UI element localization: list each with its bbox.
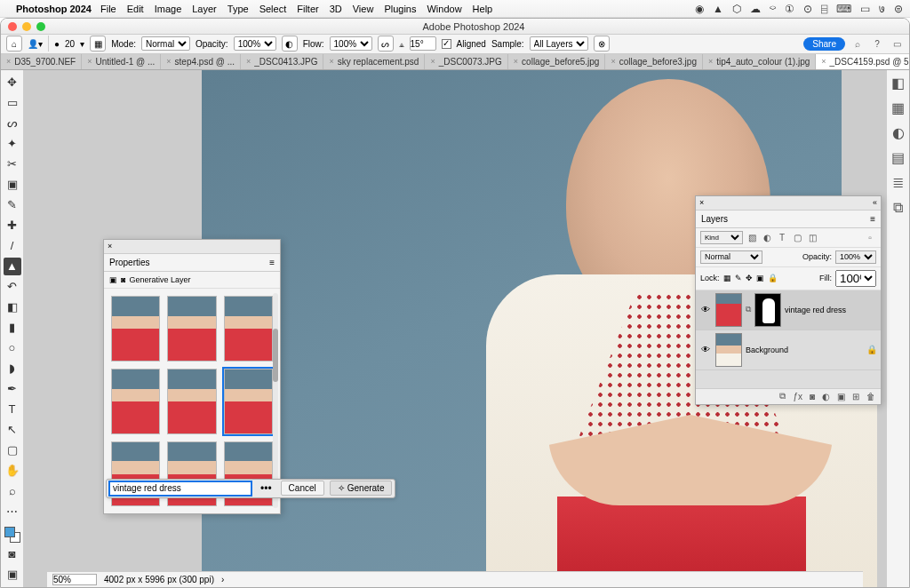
libraries-panel-icon[interactable]: ▤: [890, 150, 906, 166]
blend-mode-select[interactable]: Normal: [700, 250, 762, 264]
history-brush-tool-icon[interactable]: ↶: [4, 278, 21, 296]
sample-select[interactable]: All Layers: [530, 36, 588, 51]
filter-adjust-icon[interactable]: ◐: [761, 231, 773, 243]
dodge-tool-icon[interactable]: ◗: [4, 360, 21, 377]
zoom-tool-icon[interactable]: ⌕: [4, 482, 21, 500]
airbrush-icon[interactable]: ᔕ: [378, 36, 394, 52]
document-tab[interactable]: ×step4.psd @ ...: [161, 54, 241, 69]
status-icon[interactable]: ☁: [750, 3, 761, 15]
document-tab[interactable]: ×_DSC0413.JPG: [241, 54, 323, 69]
brush-panel-icon[interactable]: ▦: [90, 36, 106, 52]
status-icon[interactable]: ▲: [713, 3, 723, 15]
workspace-icon[interactable]: ▭: [890, 36, 904, 51]
document-tab[interactable]: ×sky replacement.psd: [323, 54, 425, 69]
document-tab[interactable]: ×Untitled-1 @ ...: [82, 54, 161, 69]
filter-shape-icon[interactable]: ▢: [791, 231, 803, 243]
adjustments-panel-icon[interactable]: ◐: [890, 125, 906, 141]
lock-all-icon[interactable]: 🔒: [768, 274, 778, 282]
filter-type-icon[interactable]: T: [776, 231, 788, 243]
home-icon[interactable]: ⌂: [6, 36, 22, 52]
generate-button[interactable]: ✧Generate: [330, 481, 393, 496]
close-tab-icon[interactable]: ×: [166, 57, 171, 66]
close-window-button[interactable]: [8, 22, 17, 31]
chevron-right-icon[interactable]: ›: [221, 575, 224, 584]
layer-item[interactable]: 👁 Background 🔒: [696, 330, 881, 370]
ignore-adjustments-icon[interactable]: ⊗: [594, 36, 610, 52]
more-tools-icon[interactable]: ⋯: [4, 503, 21, 520]
filter-toggle-icon[interactable]: ▫: [864, 231, 876, 243]
zoom-window-button[interactable]: [36, 22, 45, 31]
document-tab[interactable]: ×D35_9700.NEF: [1, 54, 82, 69]
lock-transparency-icon[interactable]: ▦: [723, 274, 731, 282]
close-tab-icon[interactable]: ×: [708, 57, 713, 66]
layer-item[interactable]: 👁 ⧉ vintage red dress: [696, 290, 881, 330]
close-tab-icon[interactable]: ×: [329, 57, 333, 66]
lock-icon[interactable]: 🔒: [866, 345, 877, 354]
panel-title[interactable]: Properties: [109, 258, 150, 267]
layer-name[interactable]: Background: [746, 346, 788, 354]
menu-plugins[interactable]: Plugins: [384, 4, 416, 14]
close-tab-icon[interactable]: ×: [6, 57, 11, 66]
pressure-opacity-icon[interactable]: ◐: [282, 36, 298, 52]
share-button[interactable]: Share: [803, 37, 845, 51]
lock-artboard-icon[interactable]: ▣: [756, 274, 764, 282]
move-tool-icon[interactable]: ✥: [4, 74, 21, 91]
menu-edit[interactable]: Edit: [127, 4, 144, 14]
menu-image[interactable]: Image: [155, 4, 182, 14]
eyedropper-tool-icon[interactable]: ✎: [4, 196, 21, 214]
menu-view[interactable]: View: [353, 4, 374, 14]
status-icon[interactable]: ⊙: [803, 3, 812, 15]
lasso-tool-icon[interactable]: ᔕ: [4, 115, 21, 132]
properties-panel-icon[interactable]: ≣: [890, 175, 906, 191]
hand-tool-icon[interactable]: ✋: [4, 462, 21, 480]
opacity-select[interactable]: 100%: [234, 36, 276, 51]
battery-icon[interactable]: ⌸: [821, 3, 827, 15]
menu-3d[interactable]: 3D: [330, 4, 342, 14]
lock-pixels-icon[interactable]: ✎: [735, 274, 742, 282]
close-tab-icon[interactable]: ×: [821, 57, 826, 66]
status-icon[interactable]: ७: [879, 3, 885, 15]
close-tab-icon[interactable]: ×: [246, 57, 251, 66]
wifi-icon[interactable]: ⌔: [770, 3, 776, 15]
angle-input[interactable]: [410, 36, 436, 51]
status-icon[interactable]: ⌨: [836, 3, 851, 15]
search-icon[interactable]: ⌕: [850, 36, 865, 51]
status-icon[interactable]: ◉: [695, 3, 704, 15]
new-group-icon[interactable]: ▣: [837, 392, 845, 401]
document-tab-active[interactable]: ×_DSC4159.psd @ 50% (vintage red dress, …: [816, 54, 909, 69]
variation-thumb[interactable]: [224, 296, 273, 362]
prompt-input[interactable]: [109, 481, 251, 496]
document-tab[interactable]: ×_DSC0073.JPG: [425, 54, 507, 69]
close-tab-icon[interactable]: ×: [611, 57, 615, 66]
brush-tool-icon[interactable]: /: [4, 237, 21, 255]
menu-select[interactable]: Select: [259, 4, 287, 14]
control-center-icon[interactable]: ⊜: [894, 3, 903, 15]
document-tab[interactable]: ×collage_before3.jpg: [605, 54, 703, 69]
variation-thumb[interactable]: [111, 296, 160, 362]
layer-thumbnail[interactable]: [715, 293, 742, 327]
display-icon[interactable]: ▭: [860, 3, 870, 15]
zoom-input[interactable]: [52, 574, 97, 585]
variation-thumb[interactable]: [167, 296, 216, 362]
layer-opacity-select[interactable]: 100%: [835, 250, 876, 264]
panel-title[interactable]: Layers: [701, 214, 728, 224]
status-icon[interactable]: ⬡: [732, 3, 741, 15]
delete-layer-icon[interactable]: 🗑: [866, 392, 875, 401]
frame-tool-icon[interactable]: ▣: [4, 176, 21, 194]
minimize-window-button[interactable]: [22, 22, 31, 31]
channels-panel-icon[interactable]: ⧉: [890, 200, 906, 216]
link-icon[interactable]: ⧉: [746, 305, 751, 314]
panel-menu-icon[interactable]: ≡: [269, 258, 275, 267]
more-options-icon[interactable]: •••: [257, 482, 275, 495]
close-panel-icon[interactable]: ×: [699, 198, 704, 207]
blur-tool-icon[interactable]: ○: [4, 339, 21, 357]
menu-file[interactable]: File: [100, 4, 116, 14]
scrollbar-thumb[interactable]: [273, 329, 278, 382]
filter-pixel-icon[interactable]: ▧: [746, 231, 758, 243]
screenmode-icon[interactable]: ▣: [4, 566, 21, 584]
panel-menu-icon[interactable]: ≡: [870, 214, 875, 224]
shape-tool-icon[interactable]: ▢: [4, 441, 21, 459]
gradient-tool-icon[interactable]: ▮: [4, 319, 21, 337]
help-icon[interactable]: ?: [870, 36, 884, 51]
eraser-tool-icon[interactable]: ◧: [4, 298, 21, 316]
